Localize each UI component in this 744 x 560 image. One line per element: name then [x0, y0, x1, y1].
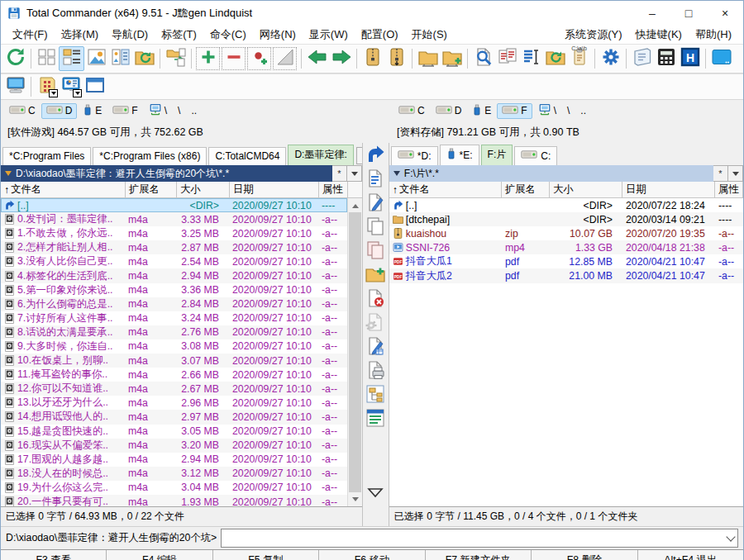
calculator-button[interactable]: [654, 47, 678, 70]
history-back-button[interactable]: [305, 47, 329, 70]
left-tab-2[interactable]: C:TotalCMD64: [208, 147, 286, 165]
right-tab-0[interactable]: *D:: [391, 146, 438, 165]
file-row[interactable]: 9.大多时候，你连自..m4a3.08 MB2020/09/27 10:10-a…: [1, 339, 347, 354]
clipboard-path-button[interactable]: C:\a\b: [567, 47, 591, 70]
right-drive-F[interactable]: F: [497, 103, 532, 119]
brief-view-button[interactable]: [35, 47, 59, 70]
dropdown-arrow-icon[interactable]: [73, 89, 82, 97]
network-neighborhood-button[interactable]: [416, 47, 440, 70]
file-row[interactable]: 6.为什么倒霉的总是..m4a2.84 MB2020/09/27 10:10-a…: [1, 297, 347, 311]
left-drive-root-5[interactable]: \: [173, 103, 185, 118]
file-row[interactable]: 3.没有人比你自己更..m4a2.54 MB2020/09/27 10:10-a…: [1, 254, 347, 268]
menu-item-right-1[interactable]: 快捷键(K): [629, 26, 689, 44]
menu-item-8[interactable]: 开始(S): [405, 26, 454, 44]
this-computer-button[interactable]: [3, 77, 27, 97]
right-header-size[interactable]: 大小: [550, 182, 622, 197]
right-tab-3[interactable]: C:: [514, 146, 557, 165]
left-header-date[interactable]: 日期: [230, 182, 319, 197]
file-row[interactable]: 2.怎样才能让别人相..m4a2.87 MB2020/09/27 10:10-a…: [1, 240, 347, 254]
menu-item-right-2[interactable]: 帮助(H): [689, 26, 738, 44]
right-tab-1[interactable]: *E:: [440, 145, 479, 165]
file-row[interactable]: 15.越是贪图快速的..m4a3.05 MB2020/09/27 10:10-a…: [1, 425, 347, 439]
refresh-tree-button[interactable]: [132, 47, 156, 70]
pack-files-button[interactable]: [360, 47, 384, 70]
notepad-button[interactable]: [630, 47, 654, 70]
history-forward-button[interactable]: [329, 47, 353, 70]
unpack-files-button[interactable]: [384, 47, 408, 70]
move-file-button[interactable]: [365, 241, 386, 262]
copy-file-button[interactable]: [365, 217, 386, 238]
parent-dir-button[interactable]: [365, 145, 386, 166]
file-row[interactable]: PDF抖音大瓜1pdf12.85 MB2020/04/21 10:47-a--: [389, 254, 743, 268]
function-key-alt-f4[interactable]: Alt+F4 退出: [638, 550, 743, 560]
file-row[interactable]: 17.围观的人越多越..m4a2.94 MB2020/09/27 10:10-a…: [1, 453, 347, 467]
right-drive-E[interactable]: E: [467, 102, 496, 120]
file-row[interactable]: 8.话说的太满是要承..m4a2.76 MB2020/09/27 10:10-a…: [1, 325, 347, 339]
function-key-f5[interactable]: F5 复制: [213, 550, 319, 560]
right-drive-D[interactable]: D: [431, 103, 467, 119]
left-header-name[interactable]: ↑文件名: [1, 182, 126, 197]
tab-scroll-left-button[interactable]: [356, 147, 362, 164]
file-row[interactable]: 4.标签化的生活到底..m4a2.94 MB2020/09/27 10:10-a…: [1, 268, 347, 282]
file-row[interactable]: 10.在饭桌上，别聊..m4a3.07 MB2020/09/27 10:10-a…: [1, 354, 347, 368]
left-tab-3[interactable]: D:墨菲定律:: [288, 145, 353, 165]
file-row[interactable]: 16.现实从不偏爱笨..m4a3.20 MB2020/09/27 10:10-a…: [1, 439, 347, 453]
file-row[interactable]: PDF抖音大瓜2pdf21.00 MB2020/04/21 10:47-a--: [389, 268, 743, 282]
left-drive-C[interactable]: C: [4, 103, 41, 119]
left-dir-history-button[interactable]: [347, 165, 362, 182]
show-desktop-button[interactable]: [709, 47, 733, 70]
delete-file-button[interactable]: [365, 289, 386, 310]
command-history-dropdown[interactable]: [724, 534, 737, 543]
more-commands-button[interactable]: [365, 483, 386, 504]
left-tab-1[interactable]: *C:Program Files (x86): [93, 147, 207, 165]
refresh-button[interactable]: [3, 47, 27, 70]
function-key-f4[interactable]: F4 编辑: [107, 550, 212, 560]
function-key-f3[interactable]: F3 查看: [1, 550, 107, 560]
new-window-button[interactable]: [83, 77, 107, 97]
quick-view-button[interactable]: [108, 47, 132, 70]
file-row[interactable]: 13.以牙还牙为什么..m4a2.96 MB2020/09/27 10:10-a…: [1, 396, 347, 410]
left-scrollbar[interactable]: [347, 198, 362, 506]
settings-button[interactable]: [599, 47, 622, 70]
scroll-down-button[interactable]: [348, 493, 362, 506]
file-wizard-button[interactable]: [365, 313, 386, 334]
menu-item-7[interactable]: 配置(O): [355, 26, 405, 44]
left-drive-F[interactable]: F: [107, 103, 142, 119]
right-select-files-button[interactable]: *: [713, 165, 728, 182]
file-row[interactable]: 20.一件事只要有可..m4a1.93 MB2020/09/27 10:10-a…: [1, 495, 347, 506]
file-row[interactable]: [..]<DIR>2020/07/22 18:24----: [389, 198, 743, 212]
print-file-button[interactable]: [365, 361, 386, 382]
unselect-group-button[interactable]: [222, 47, 246, 70]
list-settings-button[interactable]: [365, 409, 386, 429]
unselect-all-button[interactable]: [273, 47, 297, 70]
left-header-ext[interactable]: 扩展名: [126, 182, 177, 197]
help-button[interactable]: H: [678, 47, 702, 70]
right-header-ext[interactable]: 扩展名: [502, 182, 550, 197]
minimize-button[interactable]: –: [634, 1, 670, 26]
view-file-button[interactable]: [365, 169, 386, 190]
scrollbar-thumb[interactable]: [349, 212, 361, 492]
right-header-date[interactable]: 日期: [622, 182, 715, 197]
menu-item-2[interactable]: 导航(D): [105, 26, 155, 44]
left-drive-D[interactable]: D: [41, 103, 78, 119]
scroll-up-button[interactable]: [348, 198, 362, 211]
menu-item-1[interactable]: 选择(M): [55, 26, 106, 44]
left-drive-root-4[interactable]: \: [144, 102, 172, 120]
file-row[interactable]: 18.没人在的时候总..m4a3.12 MB2020/09/27 10:10-a…: [1, 467, 347, 481]
edit-file-button[interactable]: [365, 193, 386, 214]
right-header-name[interactable]: ↑文件名: [389, 182, 502, 197]
right-header-attr[interactable]: 属性: [715, 182, 743, 197]
menu-item-3[interactable]: 标签(T): [155, 26, 203, 44]
left-current-path[interactable]: D:\xiaodao\墨菲定律：避开人生倒霉的20个坑\*.*: [1, 165, 332, 182]
tree-view-button[interactable]: [365, 385, 386, 406]
left-drive-parent[interactable]: ..: [186, 103, 202, 118]
file-row[interactable]: 5.第一印象对你来说..m4a3.36 MB2020/09/27 10:10-a…: [1, 283, 347, 297]
file-row[interactable]: [..]<DIR>2020/09/27 10:10----: [1, 198, 347, 212]
right-tab-2[interactable]: F:片: [481, 145, 513, 165]
branch-view-button[interactable]: [164, 47, 188, 70]
left-select-files-button[interactable]: *: [332, 165, 347, 182]
details-view-button[interactable]: [59, 46, 84, 71]
new-folder-button[interactable]: [365, 265, 386, 286]
file-row[interactable]: 14.想用诋毁他人的..m4a2.97 MB2020/09/27 10:10-a…: [1, 410, 347, 424]
left-header-size[interactable]: 大小: [177, 182, 230, 197]
